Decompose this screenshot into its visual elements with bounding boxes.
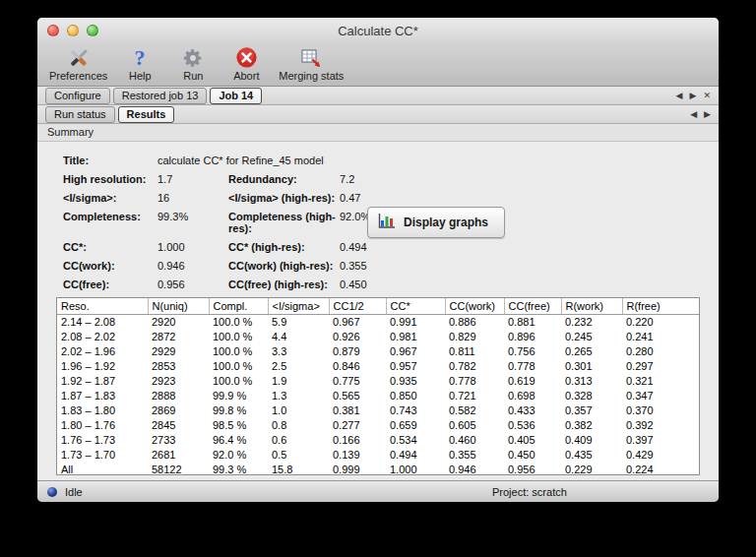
cell-compl: 96.4 % bbox=[209, 432, 268, 447]
cell-ccwork: 0.355 bbox=[445, 447, 504, 462]
bar-chart-icon bbox=[378, 213, 396, 232]
cell-cc12: 0.565 bbox=[329, 388, 386, 402]
field-label: CC(work): bbox=[63, 260, 158, 272]
cell-ccwork: 0.886 bbox=[445, 314, 504, 329]
cell-ccfree: 0.536 bbox=[504, 417, 561, 432]
column-header[interactable]: N(uniq) bbox=[148, 298, 209, 314]
tab-scroll-right-icon[interactable]: ▶ bbox=[690, 92, 697, 100]
merging-stats-button[interactable]: Merging stats bbox=[279, 45, 344, 82]
toolbar-button-label: Abort bbox=[233, 70, 259, 82]
cell-cc12: 0.277 bbox=[329, 417, 386, 432]
table-row[interactable]: 1.87 – 1.83 2888 99.9 % 1.3 0.565 0.850 … bbox=[57, 388, 699, 402]
tab-configure[interactable]: Configure bbox=[45, 88, 110, 104]
cell-rfree: 0.392 bbox=[622, 417, 699, 432]
zoom-window-button[interactable] bbox=[87, 25, 98, 36]
table-row[interactable]: 1.96 – 1.92 2853 100.0 % 2.5 0.846 0.957… bbox=[57, 358, 699, 373]
display-graphs-button[interactable]: Display graphs bbox=[367, 207, 505, 238]
abort-button[interactable]: Abort bbox=[225, 45, 267, 82]
help-button[interactable]: ? Help bbox=[119, 45, 160, 82]
table-row[interactable]: 1.76 – 1.73 2733 96.4 % 0.6 0.166 0.534 … bbox=[57, 432, 699, 447]
cell-ccstar: 0.935 bbox=[386, 373, 445, 388]
field-value: 1.7 bbox=[158, 173, 228, 185]
cell-reso: 2.08 – 2.02 bbox=[57, 329, 148, 343]
table-row[interactable]: 1.73 – 1.70 2681 92.0 % 0.5 0.139 0.494 … bbox=[57, 447, 699, 462]
tab-restored-job-13[interactable]: Restored job 13 bbox=[113, 88, 208, 104]
cell-rfree: 0.280 bbox=[622, 343, 699, 358]
results-table-header-row: Reso.N(uniq)Compl.<I/sigma>CC1/2CC*CC(wo… bbox=[57, 298, 699, 314]
table-row[interactable]: 2.08 – 2.02 2872 100.0 % 4.4 0.926 0.981… bbox=[57, 329, 699, 343]
cell-ccstar: 0.494 bbox=[386, 447, 445, 462]
cell-rwork: 0.229 bbox=[561, 462, 622, 475]
field-value: 0.956 bbox=[158, 278, 228, 290]
field-label: CC*: bbox=[63, 241, 158, 253]
field-value: 0.450 bbox=[340, 278, 700, 290]
cell-compl: 100.0 % bbox=[209, 329, 268, 343]
table-row[interactable]: 1.80 – 1.76 2845 98.5 % 0.8 0.277 0.659 … bbox=[57, 417, 699, 432]
tab-close-icon[interactable]: ✕ bbox=[703, 92, 711, 100]
summary-title-row: Title: calculate CC* for Refine_45 model bbox=[63, 155, 700, 166]
cell-cc12: 0.775 bbox=[329, 373, 386, 388]
field-value: 7.2 bbox=[340, 173, 700, 185]
tab-results[interactable]: Results bbox=[118, 106, 175, 123]
title-bar[interactable]: Calculate CC* bbox=[37, 18, 719, 43]
cell-ccstar: 0.850 bbox=[386, 388, 445, 402]
cell-nuniq: 2869 bbox=[148, 402, 209, 417]
table-row[interactable]: All 58122 99.3 % 15.8 0.999 1.000 0.946 … bbox=[57, 462, 699, 475]
column-header[interactable]: Compl. bbox=[209, 298, 268, 314]
field-label: Completeness: bbox=[63, 211, 158, 222]
column-header[interactable]: <I/sigma> bbox=[268, 298, 329, 314]
field-label: <I/sigma>: bbox=[63, 192, 158, 204]
cell-ccfree: 0.698 bbox=[504, 388, 561, 402]
cell-cc12: 0.381 bbox=[329, 402, 386, 417]
svg-text:?: ? bbox=[135, 46, 146, 70]
cell-ccstar: 0.957 bbox=[386, 358, 445, 373]
cell-rwork: 0.328 bbox=[561, 388, 622, 402]
preferences-button[interactable]: Preferences bbox=[49, 45, 107, 82]
cell-reso: 1.92 – 1.87 bbox=[57, 373, 148, 388]
field-value: 0.355 bbox=[340, 260, 700, 272]
cell-ccfree: 0.450 bbox=[504, 447, 561, 462]
table-row[interactable]: 2.14 – 2.08 2920 100.0 % 5.9 0.967 0.991… bbox=[57, 314, 699, 329]
cell-ccstar: 0.981 bbox=[386, 329, 445, 343]
cell-ccfree: 0.881 bbox=[504, 314, 561, 329]
close-window-button[interactable] bbox=[47, 25, 59, 36]
column-header[interactable]: CC(work) bbox=[445, 298, 504, 314]
minimize-window-button[interactable] bbox=[67, 25, 79, 36]
results-table[interactable]: Reso.N(uniq)Compl.<I/sigma>CC1/2CC*CC(wo… bbox=[56, 297, 700, 475]
cell-isigma: 1.0 bbox=[268, 402, 329, 417]
subtab-scroll-left-icon[interactable]: ◀ bbox=[690, 110, 697, 119]
cell-nuniq: 2872 bbox=[148, 329, 209, 343]
run-button[interactable]: Run bbox=[172, 45, 214, 82]
cell-compl: 100.0 % bbox=[209, 343, 268, 358]
table-row[interactable]: 1.92 – 1.87 2923 100.0 % 1.9 0.775 0.935… bbox=[57, 373, 699, 388]
cell-ccfree: 0.896 bbox=[504, 329, 561, 343]
tab-scroll-left-icon[interactable]: ◀ bbox=[676, 92, 683, 100]
cell-ccstar: 0.991 bbox=[386, 314, 445, 329]
cell-ccstar: 0.967 bbox=[386, 343, 445, 358]
status-led-icon bbox=[47, 487, 57, 497]
column-header[interactable]: Reso. bbox=[57, 298, 148, 314]
column-header[interactable]: CC1/2 bbox=[329, 298, 386, 314]
cell-ccfree: 0.956 bbox=[504, 462, 561, 475]
column-header[interactable]: CC(free) bbox=[504, 298, 561, 314]
column-header[interactable]: R(work) bbox=[561, 298, 622, 314]
field-value: 0.494 bbox=[340, 241, 700, 253]
subtab-scroll-right-icon[interactable]: ▶ bbox=[704, 110, 711, 119]
display-graphs-label: Display graphs bbox=[404, 216, 488, 229]
cell-ccfree: 0.756 bbox=[504, 343, 561, 358]
table-row[interactable]: 1.83 – 1.80 2869 99.8 % 1.0 0.381 0.743 … bbox=[57, 402, 699, 417]
field-label: CC* (high-res): bbox=[228, 241, 340, 253]
toolbar-button-label: Merging stats bbox=[279, 70, 344, 82]
subtab-nav-controls: ◀ ▶ bbox=[690, 110, 711, 119]
table-row[interactable]: 2.02 – 1.96 2929 100.0 % 3.3 0.879 0.967… bbox=[57, 343, 699, 358]
cell-reso: 1.73 – 1.70 bbox=[57, 447, 148, 462]
column-header[interactable]: CC* bbox=[386, 298, 445, 314]
summary-row: CC(free): 0.956 CC(free) (high-res): 0.4… bbox=[63, 278, 700, 290]
tab-run-status[interactable]: Run status bbox=[45, 106, 115, 123]
field-value: 1.000 bbox=[158, 241, 228, 253]
cell-ccwork: 0.829 bbox=[445, 329, 504, 343]
column-header[interactable]: R(free) bbox=[622, 298, 699, 314]
cell-ccwork: 0.778 bbox=[445, 373, 504, 388]
field-label: Completeness (high-res): bbox=[228, 211, 340, 234]
tab-job-14[interactable]: Job 14 bbox=[210, 88, 262, 104]
